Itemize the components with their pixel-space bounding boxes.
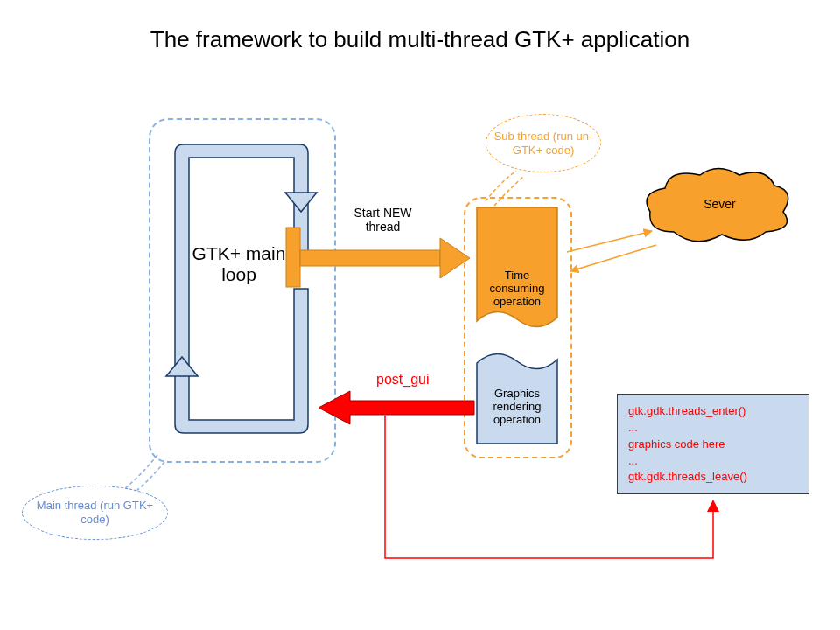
- svg-rect-0: [286, 228, 300, 287]
- code-box: gtk.gdk.threads_enter() ... graphics cod…: [617, 394, 809, 494]
- diagram-title: The framework to build multi-thread GTK+…: [0, 26, 840, 53]
- code-line: gtk.gdk.threads_leave(): [628, 469, 798, 486]
- code-line: graphics code here: [628, 437, 798, 453]
- start-thread-arrow: [284, 228, 472, 289]
- sub-thread-bubble: Sub thread (run un-GTK+ code): [486, 114, 601, 172]
- sub-bubble-tail: [481, 166, 534, 210]
- server-cloud-label: Sever: [696, 197, 744, 211]
- code-line: ...: [628, 420, 798, 437]
- main-thread-bubble: Main thread (run GTK+ code): [22, 486, 168, 540]
- svg-line-3: [570, 245, 656, 271]
- sub-thread-bubble-text: Sub thread (run un-GTK+ code): [486, 130, 600, 157]
- server-link-arrows: [560, 228, 665, 289]
- start-thread-label: Start NEW thread: [341, 206, 424, 234]
- code-line: ...: [628, 453, 798, 470]
- post-gui-label: post_gui: [376, 372, 446, 388]
- svg-line-2: [567, 231, 652, 252]
- svg-rect-1: [300, 250, 440, 266]
- code-line: gtk.gdk.threads_enter(): [628, 403, 798, 420]
- main-loop-pipe: [166, 131, 319, 446]
- time-op-label: Time consuming operation: [480, 270, 555, 309]
- main-thread-bubble-text: Main thread (run GTK+ code): [23, 499, 167, 526]
- main-loop-label: GTK+ main loop: [191, 243, 287, 285]
